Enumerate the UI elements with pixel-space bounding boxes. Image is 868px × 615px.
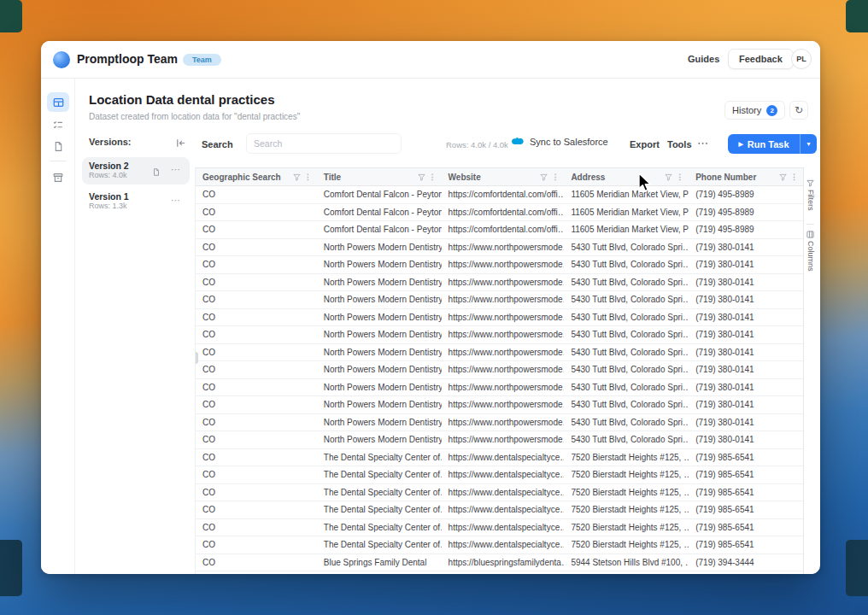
filters-tab-label: Filters [806,190,815,211]
table-cell: https://www.northpowersmode… [442,379,565,396]
mouse-cursor [636,173,654,196]
table-row[interactable]: COThe Dental Specialty Center of…https:/… [196,536,803,554]
table-row[interactable]: CONorth Powers Modern Dentistryhttps://w… [196,396,803,414]
archive-icon[interactable] [47,167,69,187]
table-row[interactable]: COThe Dental Specialty Center of…https:/… [196,466,803,484]
table-cell: https://www.northpowersmode… [442,256,565,273]
wallpaper-shape [846,0,868,32]
table-row[interactable]: CONorth Powers Modern Dentistryhttps://w… [196,361,803,379]
table-cell: North Powers Modern Dentistry [317,291,442,308]
table-cell: https://www.northpowersmode… [442,431,565,448]
desktop-background: Promptloop Team Team Guides Feedback PL [0,0,868,615]
table-row[interactable]: CONorth Powers Modern Dentistryhttps://w… [196,431,803,449]
promptloop-logo-icon [53,51,70,68]
table-row[interactable]: COThe Dental Specialty Center of…https:/… [196,519,803,537]
pane-resize-handle[interactable] [195,352,198,364]
filter-funnel-icon[interactable] [418,173,425,181]
column-header-address[interactable]: Address ⋮ [564,168,689,185]
column-menu-icon[interactable]: ⋮ [551,173,559,181]
table-row[interactable]: CONorth Powers Modern Dentistryhttps://w… [196,379,803,397]
table-cell: North Powers Modern Dentistry [317,379,442,396]
guides-button[interactable]: Guides [688,54,719,64]
column-menu-icon[interactable]: ⋮ [304,173,312,181]
filters-tab[interactable]: Filters [804,179,817,211]
table-row[interactable]: COBlue Springs Family Dentalhttps://blue… [196,554,803,572]
table-row[interactable]: COThe Dental Specialty Center of…https:/… [196,484,803,502]
history-button[interactable]: History 2 [724,101,785,120]
table-row[interactable]: COComfort Dental Falcon - Peytonhttps://… [196,186,803,204]
column-header-website[interactable]: Website ⋮ [442,168,565,185]
run-task-button[interactable]: ▶ Run Task ▼ [728,134,817,154]
tasks-list-icon[interactable] [47,115,69,135]
table-cell: North Powers Modern Dentistry [317,309,442,326]
table-row[interactable]: CONorth Powers Modern Dentistryhttps://w… [196,239,803,257]
table-cell: (719) 380-0141 [689,361,803,378]
table-row[interactable]: CONorth Powers Modern Dentistryhttps://w… [196,344,803,362]
search-input[interactable] [246,133,402,154]
version-menu-icon[interactable]: ⋯ [171,195,181,206]
collapse-panel-icon[interactable] [173,135,188,150]
table-row[interactable]: CONorth Powers Modern Dentistryhttps://w… [196,309,803,327]
table-row[interactable]: COComfort Dental Falcon - Peytonhttps://… [196,204,803,222]
more-options-icon[interactable]: ⋯ [697,137,708,149]
run-task-main[interactable]: ▶ Run Task [728,134,800,154]
table-view-icon[interactable] [47,92,69,112]
table-cell: https://bluespringsfamilydenta… [442,554,565,571]
table-cell: https://comfortdental.com/offi… [442,204,565,221]
table-cell: The Dental Specialty Center of… [317,536,442,554]
filter-funnel-icon[interactable] [665,173,672,181]
table-row[interactable]: CONorth Powers Modern Dentistryhttps://w… [196,326,803,344]
table-row[interactable]: CONorth Powers Modern Dentistryhttps://w… [196,291,803,309]
table-row[interactable]: CONorth Powers Modern Dentistryhttps://w… [196,274,803,292]
wallpaper-shape [0,540,22,596]
filter-funnel-icon[interactable] [779,173,787,181]
feedback-button[interactable]: Feedback [728,49,794,69]
table-row[interactable]: COComfort Dental Falcon - Peytonhttps://… [196,221,803,239]
column-menu-icon[interactable]: ⋮ [429,173,437,181]
user-avatar[interactable]: PL [791,49,812,69]
columns-tab[interactable]: Columns [804,231,817,272]
page-title: Location Data dental practices [89,92,275,107]
table-cell: CO [196,221,317,238]
table-row[interactable]: CONorth Powers Modern Dentistryhttps://w… [196,256,803,274]
refresh-button[interactable]: ↻ [789,101,808,120]
table-row[interactable]: COThe Dental Specialty Center of…https:/… [196,501,803,519]
table-cell: 7520 Bierstadt Heights #125, … [564,536,689,554]
column-menu-icon[interactable]: ⋮ [676,173,683,181]
document-icon[interactable] [47,137,69,156]
version-item[interactable]: Version 1 Rows: 1.3k ⋯ [82,188,190,215]
tools-button[interactable]: Tools [667,139,692,149]
table-cell: https://www.dentalspecialtyce… [442,484,565,501]
table-cell: CO [196,361,317,378]
filter-funnel-icon[interactable] [540,173,548,181]
table-row[interactable]: COThe Dental Specialty Center of…https:/… [196,449,803,467]
table-cell: (719) 380-0141 [689,379,803,396]
table-cell: (719) 380-0141 [689,309,803,326]
right-side-rail: Filters Columns [803,167,817,574]
table-row[interactable]: CONorth Powers Modern Dentistryhttps://w… [196,414,803,432]
table-cell: (719) 985-6541 [689,519,803,536]
column-header-phone-number[interactable]: Phone Number ⋮ [689,168,803,185]
data-table: Geographic Search ⋮ Title ⋮ Website ⋮ Ad… [195,167,803,574]
export-button[interactable]: Export [630,139,660,149]
run-task-dropdown-chevron[interactable]: ▼ [801,134,817,154]
sync-to-salesforce-button[interactable]: Sync to Salesforce [511,137,608,147]
table-cell: https://www.dentalspecialtyce… [442,536,565,554]
versions-heading: Versions: [89,137,132,147]
table-cell: (719) 380-0141 [689,431,803,448]
table-cell: Comfort Dental Falcon - Peyton [317,186,442,203]
table-cell: (719) 394-3444 [689,554,803,571]
column-header-title[interactable]: Title ⋮ [317,168,442,185]
version-item[interactable]: Version 2 Rows: 4.0k ⋯ [82,157,190,184]
table-cell: (719) 495-8989 [689,221,803,238]
version-menu-icon[interactable]: ⋯ [171,164,181,175]
table-cell: https://www.northpowersmode… [442,414,565,431]
table-cell: The Dental Specialty Center of… [317,449,442,466]
filter-funnel-icon[interactable] [293,173,301,181]
table-cell: CO [196,501,317,518]
table-cell: CO [196,484,317,501]
column-header-geographic-search[interactable]: Geographic Search ⋮ [196,168,317,185]
table-cell: (719) 495-8989 [689,186,803,203]
sync-label: Sync to Salesforce [530,137,608,147]
column-menu-icon[interactable]: ⋮ [790,173,798,181]
